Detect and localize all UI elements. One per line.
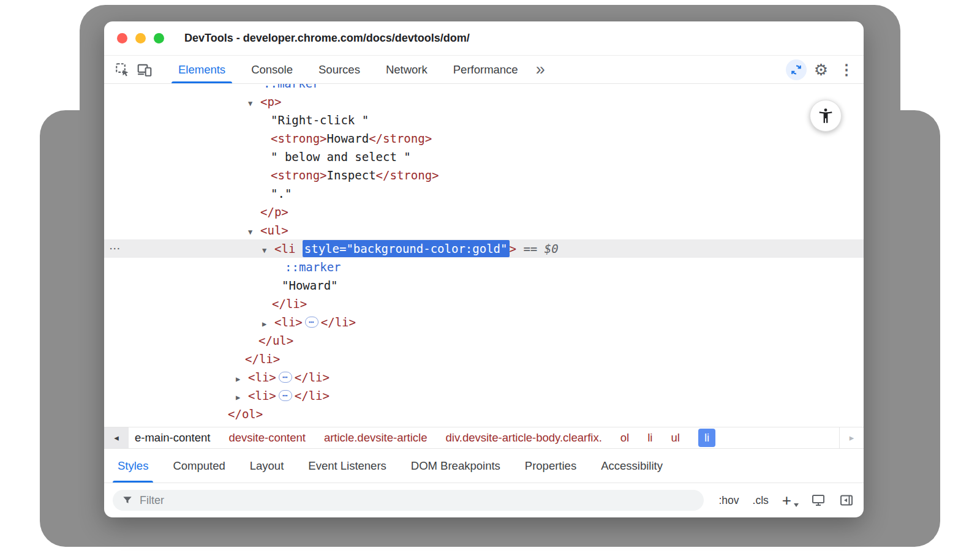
dom-tree-row[interactable]: ▶<li>⋯</li> xyxy=(104,313,864,331)
minimize-button[interactable] xyxy=(135,33,146,43)
devtools-toolbar: ElementsConsoleSourcesNetworkPerformance… xyxy=(104,56,864,84)
breadcrumb-item-li[interactable]: li xyxy=(647,431,652,445)
inline-expand-button[interactable]: ⋯ xyxy=(279,372,292,383)
filter-funnel-icon xyxy=(121,494,134,506)
dom-tree-row[interactable]: </p> xyxy=(104,203,864,221)
dom-tag: > xyxy=(510,242,516,255)
dom-equals-sign: == xyxy=(523,242,537,255)
traffic-lights xyxy=(104,33,164,43)
breadcrumb-item-article-devsite-article[interactable]: article.devsite-article xyxy=(324,431,428,445)
tab-styles[interactable]: Styles xyxy=(105,449,160,483)
dom-tree-row[interactable]: ▼<ul> xyxy=(104,221,864,239)
settings-gear-icon[interactable]: ⚙ xyxy=(814,62,828,78)
element-classes-button[interactable]: .cls xyxy=(753,494,769,507)
dom-tree-row[interactable]: "Howard" xyxy=(104,276,864,295)
breadcrumb-scroll-right-icon[interactable]: ▸ xyxy=(839,427,864,448)
breadcrumb: ◂ e-main-contentdevsite-contentarticle.d… xyxy=(104,427,864,449)
rendering-emulations-icon[interactable] xyxy=(811,493,826,508)
dom-text-node: "Howard" xyxy=(282,279,338,292)
filter-input[interactable]: Filter xyxy=(113,490,704,511)
collapse-arrow-icon[interactable]: ▶ xyxy=(262,315,274,333)
dom-tree-row[interactable]: ▶<li>⋯</li> xyxy=(104,386,864,405)
dom-tag: </li> xyxy=(245,352,280,366)
dom-tree-row[interactable]: "." xyxy=(104,184,864,203)
dom-tree-row[interactable]: </ul> xyxy=(104,331,864,350)
dom-tag: </li> xyxy=(295,389,330,402)
dom-tag: </strong> xyxy=(376,168,439,182)
dom-tree-row[interactable]: </ol> xyxy=(104,405,864,423)
dom-tree-row[interactable]: <strong>Howard</strong> xyxy=(104,129,864,148)
collapse-arrow-icon[interactable]: ▶ xyxy=(236,370,248,388)
more-tabs-icon[interactable]: » xyxy=(531,56,550,83)
toggle-sidebar-icon[interactable] xyxy=(839,493,854,508)
toolbar-right: ⚙ ⋮ xyxy=(786,56,858,83)
styles-panel-tabs: StylesComputedLayoutEvent ListenersDOM B… xyxy=(104,449,864,483)
dom-tree-row[interactable]: </li> xyxy=(104,350,864,368)
dom-tag: <strong> xyxy=(271,132,327,145)
expand-arrow-icon[interactable]: ▼ xyxy=(262,241,274,260)
breadcrumb-scroll-left-icon[interactable]: ◂ xyxy=(104,427,129,448)
breadcrumb-items: e-main-contentdevsite-contentarticle.dev… xyxy=(129,427,839,448)
styles-filter-bar: Filter :hov .cls + xyxy=(104,483,864,517)
inline-expand-button[interactable]: ⋯ xyxy=(279,390,292,401)
dom-text-node: Inspect xyxy=(327,168,376,182)
dom-text-node: Howard xyxy=(327,132,369,145)
breadcrumb-item-li[interactable]: li xyxy=(698,429,715,447)
dock-panel-icon xyxy=(839,493,854,508)
dom-tree-row[interactable]: </li> xyxy=(104,295,864,313)
dom-pseudo-element: ::marker xyxy=(285,260,341,274)
devtools-window: DevTools - developer.chrome.com/docs/dev… xyxy=(104,21,864,517)
tab-sources[interactable]: Sources xyxy=(306,56,373,83)
circular-arrows-icon xyxy=(790,63,803,77)
tab-network[interactable]: Network xyxy=(373,56,440,83)
dom-tree-row[interactable]: ::marker xyxy=(104,258,864,276)
breadcrumb-item-devsite-content[interactable]: devsite-content xyxy=(228,431,305,445)
accessibility-icon[interactable] xyxy=(810,100,842,132)
dom-tree-row[interactable]: ▼<p> xyxy=(104,92,864,111)
breadcrumb-item-div-devsite-article-body-clearfix[interactable]: div.devsite-article-body.clearfix. xyxy=(446,431,602,445)
dom-text-node: "Right-click " xyxy=(271,113,369,127)
plus-caret-icon xyxy=(794,503,799,507)
tab-properties[interactable]: Properties xyxy=(513,449,589,483)
tab-performance[interactable]: Performance xyxy=(440,56,531,83)
dom-tag: <ul> xyxy=(260,224,288,237)
dom-tag: <li xyxy=(274,242,303,255)
collapse-arrow-icon[interactable]: ▶ xyxy=(236,388,248,407)
dom-tree-row[interactable]: "Right-click " xyxy=(104,111,864,129)
expand-arrow-icon[interactable]: ▼ xyxy=(248,94,260,113)
breadcrumb-item-e-main-content[interactable]: e-main-content xyxy=(135,431,210,445)
new-style-rule-button[interactable]: + xyxy=(782,491,797,510)
tab-dom-breakpoints[interactable]: DOM Breakpoints xyxy=(399,449,513,483)
tab-event-listeners[interactable]: Event Listeners xyxy=(296,449,399,483)
breadcrumb-item-ul[interactable]: ul xyxy=(671,431,679,445)
expand-arrow-icon[interactable]: ▼ xyxy=(248,223,260,241)
breadcrumb-item-ol[interactable]: ol xyxy=(620,431,629,445)
dom-tree-row[interactable]: " below and select " xyxy=(104,148,864,166)
filter-bar-actions: :hov .cls + xyxy=(718,491,854,510)
tab-console[interactable]: Console xyxy=(238,56,306,83)
monitor-icon xyxy=(811,493,826,508)
dom-tree-row[interactable]: ::marker xyxy=(104,84,864,92)
inline-expand-button[interactable]: ⋯ xyxy=(305,317,318,328)
dom-tag: </strong> xyxy=(369,132,432,145)
dom-tag: </li> xyxy=(272,297,307,310)
fullscreen-button[interactable] xyxy=(154,33,164,43)
tab-elements[interactable]: Elements xyxy=(165,56,238,83)
close-button[interactable] xyxy=(117,33,127,43)
inspect-element-icon[interactable] xyxy=(111,56,134,83)
dom-tag: <li> xyxy=(248,370,276,384)
dom-attribute-selected: style="background-color:gold" xyxy=(303,240,510,257)
dom-tree-row[interactable]: <strong>Inspect</strong> xyxy=(104,166,864,184)
dom-text-node: "." xyxy=(271,187,292,200)
dom-tree-row[interactable]: ⋯▼<li style="background-color:gold"> == … xyxy=(104,239,864,258)
tab-layout[interactable]: Layout xyxy=(238,449,296,483)
window-title: DevTools - developer.chrome.com/docs/dev… xyxy=(184,32,470,45)
tab-computed[interactable]: Computed xyxy=(160,449,237,483)
dom-tree-row[interactable]: ▶<li>⋯</li> xyxy=(104,368,864,386)
kebab-menu-icon[interactable]: ⋮ xyxy=(835,62,858,77)
dom-tag: </li> xyxy=(295,370,330,384)
device-toolbar-icon[interactable] xyxy=(134,56,156,83)
tab-accessibility[interactable]: Accessibility xyxy=(589,449,675,483)
sync-icon[interactable] xyxy=(786,59,807,80)
toggle-element-state-button[interactable]: :hov xyxy=(718,494,739,507)
